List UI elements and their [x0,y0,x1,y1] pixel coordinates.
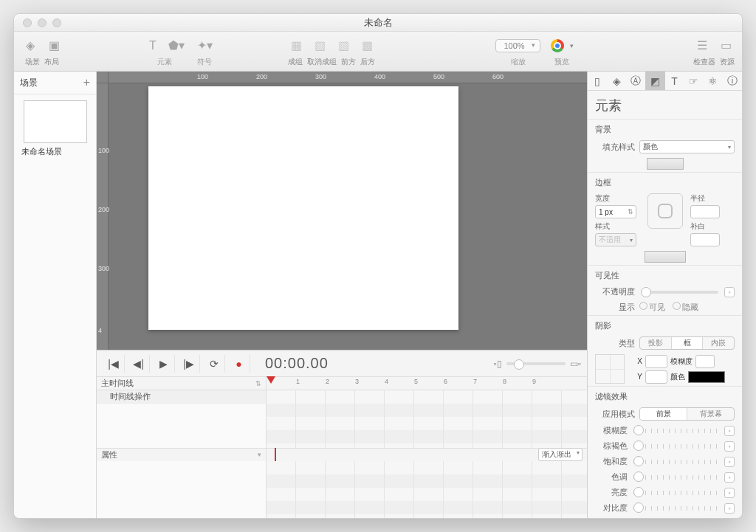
display-label: 显示 [595,302,635,313]
ruler-vertical: 100 200 300 4 [97,83,109,350]
scenes-panel: 场景 + 未命名场景 [14,72,97,518]
padding-label: 补白 [690,221,735,232]
shadow-offset-grid[interactable] [595,354,625,384]
sliders-icon[interactable]: ☰ [693,38,711,54]
chevron-down-icon[interactable]: ▾ [258,451,261,458]
titlebar: 未命名 [14,14,742,32]
group-icon[interactable]: ▦ [287,38,305,54]
toolbar-label-zoom: 缩放 [511,57,526,67]
shadow-x-input[interactable] [645,355,667,368]
fill-color-swatch[interactable] [647,158,684,170]
close-icon[interactable] [23,18,32,27]
rewind-button[interactable]: |◀ [103,355,125,373]
border-width-stepper[interactable]: 1 px [595,205,636,218]
front-icon[interactable]: ▧ [334,38,352,54]
visible-radio[interactable] [639,302,647,310]
timeline-zoom-slider[interactable] [506,362,566,365]
apply-mode-segment[interactable]: 前景 背景幕 [639,407,735,421]
inspector-tabs: ▯ ◈ Ⓐ ◩ T ☞ ⚛ ⓘ [588,72,742,91]
shadow-color-swatch[interactable] [688,371,725,383]
shadow-blur-input[interactable] [695,355,715,368]
easing-dropdown[interactable]: 渐入渐出 [538,448,583,461]
puzzle-icon[interactable]: ✦▾ [196,38,213,54]
zoom-out-icon[interactable]: ▫▯ [493,359,501,369]
toolbar-symbol: ✦▾ 符号 [196,36,213,67]
next-frame-button[interactable]: |▶ [178,355,200,373]
window-title: 未命名 [14,16,742,30]
main-area: 场景 + 未命名场景 100 200 300 400 500 600 100 [14,72,742,518]
record-button[interactable]: ● [228,355,250,373]
shadow-type-segment[interactable]: 投影 框 内嵌 [639,336,735,350]
text-icon[interactable]: T [144,38,162,54]
chevron-updown-icon[interactable]: ⇅ [255,380,261,387]
layers-icon[interactable]: ◈ [21,38,39,54]
layout-icon[interactable]: ▣ [45,38,63,54]
chrome-icon[interactable] [551,39,564,52]
timeline-zoom: ▫▯ ▭▫ [493,359,581,369]
section-background: 背景 [588,119,742,138]
scene-thumbnail[interactable] [24,100,87,143]
border-diagram[interactable] [647,193,683,229]
filter-sepia-slider[interactable] [633,444,718,449]
scene-name[interactable]: 未命名场景 [14,146,96,157]
padding-input[interactable] [690,233,720,246]
filter-saturate-slider[interactable] [633,460,718,464]
filter-blur-slider[interactable] [633,429,718,433]
main-timeline-label[interactable]: 主时间线 [101,378,134,389]
tab-layers-icon[interactable]: ◈ [607,72,626,90]
timeline-props-grid[interactable] [267,461,587,519]
prev-frame-button[interactable]: ◀| [128,355,150,373]
radius-label: 半径 [690,193,735,204]
play-button[interactable]: ▶ [153,355,175,373]
filter-hue-slider[interactable] [633,475,718,480]
toolbar-element: T ⬟▾ 元素 [144,36,185,67]
radius-input[interactable] [690,205,720,218]
playhead-icon[interactable] [267,376,275,384]
tab-document-icon[interactable]: ▯ [588,72,607,90]
add-scene-button[interactable]: + [83,76,90,89]
border-width-label: 宽度 [595,193,640,204]
timeline-panel: |◀ ◀| ▶ |▶ ⟳ ● 00:00.00 ▫▯ ▭▫ 主时间线 [97,350,587,518]
inspector-title: 元素 [588,91,742,119]
back-icon[interactable]: ▩ [358,38,376,54]
loop-button[interactable]: ⟳ [203,355,225,373]
properties-label[interactable]: 属性 [101,449,117,460]
window-controls [23,18,61,27]
fill-style-select[interactable]: 颜色 [639,140,735,153]
timeline-controls: |◀ ◀| ▶ |▶ ⟳ ● 00:00.00 ▫▯ ▭▫ [97,350,587,377]
tab-text-icon[interactable]: T [665,72,684,90]
timeline-track-grid[interactable] [267,390,587,448]
ungroup-icon[interactable]: ▨ [311,38,329,54]
zoom-in-icon[interactable]: ▭▫ [570,359,581,369]
tab-identity-icon[interactable]: ⓘ [723,72,742,90]
filter-contrast-slider[interactable] [633,506,718,511]
briefcase-icon[interactable]: ▭ [717,38,735,54]
timeline-ruler[interactable]: 1 2 3 4 5 6 7 8 9 [267,377,587,390]
shadow-type-label: 类型 [595,338,635,349]
opacity-slider[interactable] [641,291,718,294]
toolbar-label-preview: 预览 [554,57,569,67]
center-column: 100 200 300 400 500 600 100 200 300 4 |◀ [97,72,587,518]
opacity-field[interactable]: ◦ [724,287,735,297]
zoom-icon[interactable] [52,18,61,27]
tab-physics-icon[interactable]: ⚛ [704,72,723,90]
shape-icon[interactable]: ⬟▾ [168,38,185,54]
toolbar-inspectors: ☰ ▭ 检查器 资源 [693,36,735,67]
shadow-y-input[interactable] [645,370,667,384]
canvas[interactable] [148,86,458,330]
minimize-icon[interactable] [38,18,47,27]
section-filter: 滤镜效果 [588,386,742,405]
timeline-actions-track[interactable]: 时间线操作 [97,390,266,404]
tab-actions-icon[interactable]: ☞ [684,72,704,90]
border-style-label: 样式 [595,221,640,232]
canvas-area[interactable]: 100 200 300 400 500 600 100 200 300 4 [97,72,587,350]
tab-metrics-icon[interactable]: Ⓐ [626,72,645,90]
toolbar-scene-layout: ◈ ▣ 场景 布局 [21,36,63,67]
border-style-select[interactable]: 不适用 [595,233,636,246]
hidden-radio[interactable] [673,302,681,310]
toolbar-label-symbol: 符号 [197,57,212,67]
tab-element-icon[interactable]: ◩ [645,72,664,90]
filter-brightness-slider[interactable] [633,491,718,495]
zoom-dropdown[interactable]: 100% [495,39,540,52]
border-color-swatch[interactable] [645,251,686,263]
